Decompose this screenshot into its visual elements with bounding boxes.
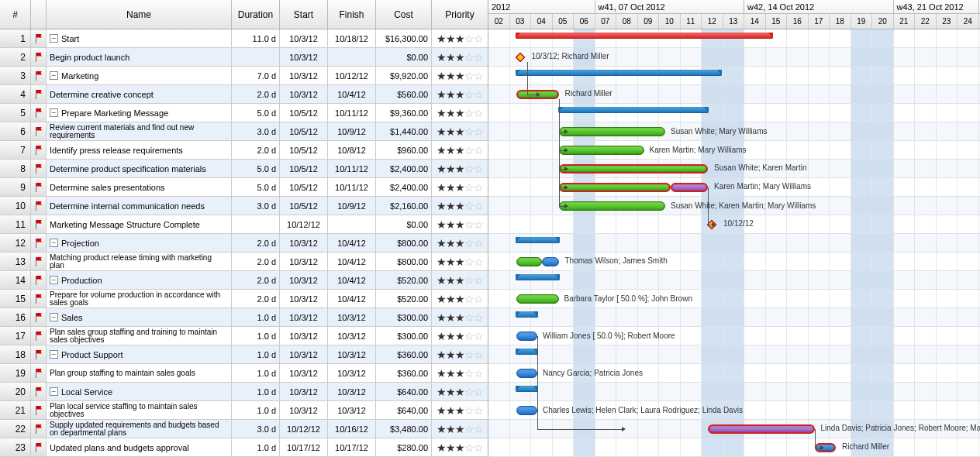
priority-cell[interactable]: ★★★☆☆	[432, 29, 488, 47]
cost-cell[interactable]: $1,440.00	[376, 122, 432, 140]
flag-cell[interactable]	[31, 178, 47, 196]
task-name-cell[interactable]: Determine product specification material…	[47, 160, 232, 177]
duration-cell[interactable]: 11.0 d	[232, 29, 280, 47]
finish-cell[interactable]: 10/11/12	[328, 104, 376, 122]
table-row[interactable]: 16−Sales1.0 d10/3/1210/3/12$300.00★★★☆☆	[0, 308, 488, 327]
table-row[interactable]: 10Determine internal communication needs…	[0, 197, 488, 215]
col-name[interactable]: Name	[47, 0, 232, 29]
table-row[interactable]: 20−Local Service1.0 d10/3/1210/3/12$640.…	[0, 383, 488, 401]
gantt-bar[interactable]: Susan White; Karen Martin	[559, 164, 709, 174]
task-name-cell[interactable]: Prepare for volume production in accorda…	[47, 290, 232, 308]
flag-cell[interactable]	[31, 67, 47, 84]
duration-cell[interactable]: 1.0 d	[232, 308, 280, 326]
col-flag[interactable]	[31, 0, 47, 29]
gantt-bar[interactable]: Richard Miller	[815, 443, 837, 452]
start-cell[interactable]: 10/5/12	[280, 160, 328, 177]
flag-cell[interactable]	[31, 104, 47, 122]
duration-cell[interactable]: 7.0 d	[232, 67, 280, 84]
finish-cell[interactable]: 10/11/12	[328, 160, 376, 177]
start-cell[interactable]: 10/3/12	[280, 308, 328, 326]
duration-cell[interactable]: 2.0 d	[232, 234, 280, 252]
cost-cell[interactable]: $300.00	[376, 327, 432, 345]
gantt-bar[interactable]	[516, 274, 559, 280]
cost-cell[interactable]: $280.00	[376, 438, 432, 456]
task-name-cell[interactable]: −Local Service	[47, 383, 232, 400]
milestone-icon[interactable]: 10/3/12; Richard Miller	[515, 52, 526, 63]
expander-icon[interactable]: −	[50, 239, 58, 247]
duration-cell[interactable]: 1.0 d	[232, 383, 280, 400]
flag-cell[interactable]	[31, 290, 47, 308]
gantt-bar[interactable]: Barbara Taylor [ 50.0 %]; John Brown	[516, 294, 559, 304]
expander-icon[interactable]: −	[50, 108, 58, 117]
expander-icon[interactable]: −	[50, 387, 58, 396]
priority-cell[interactable]: ★★★☆☆	[432, 104, 488, 122]
priority-cell[interactable]: ★★★☆☆	[432, 160, 488, 177]
start-cell[interactable]: 10/5/12	[280, 197, 328, 215]
table-row[interactable]: 19Plan group staffing to maintain sales …	[0, 364, 488, 383]
task-name-cell[interactable]: −Production	[47, 271, 232, 289]
expander-icon[interactable]: −	[50, 313, 58, 321]
flag-cell[interactable]	[31, 271, 47, 289]
gantt-bar[interactable]: William Jones [ 50.0 %]; Robert Moore	[516, 332, 538, 341]
flag-cell[interactable]	[31, 308, 47, 326]
finish-cell[interactable]: 10/3/12	[328, 327, 376, 345]
start-cell[interactable]: 10/17/12	[280, 438, 328, 456]
task-name-cell[interactable]: Begin product launch	[47, 48, 232, 66]
priority-cell[interactable]: ★★★☆☆	[432, 383, 488, 400]
gantt-bar[interactable]: Susan White; Karen Martin; Mary Williams	[559, 201, 666, 211]
duration-cell[interactable]: 5.0 d	[232, 104, 280, 122]
col-start[interactable]: Start	[280, 0, 328, 29]
priority-cell[interactable]: ★★★☆☆	[432, 141, 488, 159]
task-name-cell[interactable]: Matching product release timing with mar…	[47, 253, 232, 270]
flag-cell[interactable]	[31, 234, 47, 252]
col-cost[interactable]: Cost	[376, 0, 432, 29]
start-cell[interactable]: 10/3/12	[280, 290, 328, 308]
task-name-cell[interactable]: Determine sales presentations	[47, 178, 232, 196]
priority-cell[interactable]: ★★★☆☆	[432, 345, 488, 363]
gantt-bar[interactable]: Thomas Wilson; James Smith	[516, 257, 559, 266]
priority-cell[interactable]: ★★★☆☆	[432, 420, 488, 438]
duration-cell[interactable]	[232, 215, 280, 233]
finish-cell[interactable]	[328, 215, 376, 233]
gantt-bar[interactable]	[516, 349, 538, 355]
start-cell[interactable]: 10/3/12	[280, 48, 328, 66]
start-cell[interactable]: 10/5/12	[280, 104, 328, 122]
priority-cell[interactable]: ★★★☆☆	[432, 67, 488, 84]
col-finish[interactable]: Finish	[328, 0, 376, 29]
duration-cell[interactable]: 1.0 d	[232, 401, 280, 419]
task-name-cell[interactable]: −Projection	[47, 234, 232, 252]
priority-cell[interactable]: ★★★☆☆	[432, 48, 488, 66]
start-cell[interactable]: 10/3/12	[280, 271, 328, 289]
finish-cell[interactable]	[328, 48, 376, 66]
start-cell[interactable]: 10/3/12	[280, 234, 328, 252]
start-cell[interactable]: 10/3/12	[280, 401, 328, 419]
flag-cell[interactable]	[31, 438, 47, 456]
task-name-cell[interactable]: −Marketing	[47, 67, 232, 84]
task-name-cell[interactable]: Updated plans and budgets approval	[47, 438, 232, 456]
flag-cell[interactable]	[31, 364, 47, 382]
task-name-cell[interactable]: Determine creative concept	[47, 85, 232, 103]
duration-cell[interactable]	[232, 48, 280, 66]
finish-cell[interactable]: 10/12/12	[328, 67, 376, 84]
duration-cell[interactable]: 2.0 d	[232, 271, 280, 289]
start-cell[interactable]: 10/5/12	[280, 141, 328, 159]
finish-cell[interactable]: 10/3/12	[328, 345, 376, 363]
finish-cell[interactable]: 10/4/12	[328, 85, 376, 103]
table-row[interactable]: 2Begin product launch10/3/12$0.00★★★☆☆	[0, 48, 488, 67]
cost-cell[interactable]: $9,920.00	[376, 67, 432, 84]
gantt-bar[interactable]	[516, 386, 538, 392]
table-row[interactable]: 14−Production2.0 d10/3/1210/4/12$520.00★…	[0, 271, 488, 290]
duration-cell[interactable]: 1.0 d	[232, 364, 280, 382]
task-name-cell[interactable]: Plan group staffing to maintain sales go…	[47, 364, 232, 382]
gantt-bar[interactable]	[516, 33, 772, 39]
start-cell[interactable]: 10/3/12	[280, 345, 328, 363]
flag-cell[interactable]	[31, 345, 47, 363]
start-cell[interactable]: 10/3/12	[280, 253, 328, 270]
finish-cell[interactable]: 10/4/12	[328, 234, 376, 252]
expander-icon[interactable]: −	[50, 34, 58, 43]
duration-cell[interactable]: 2.0 d	[232, 85, 280, 103]
finish-cell[interactable]: 10/16/12	[328, 420, 376, 438]
priority-cell[interactable]: ★★★☆☆	[432, 234, 488, 252]
finish-cell[interactable]: 10/4/12	[328, 271, 376, 289]
flag-cell[interactable]	[31, 253, 47, 270]
